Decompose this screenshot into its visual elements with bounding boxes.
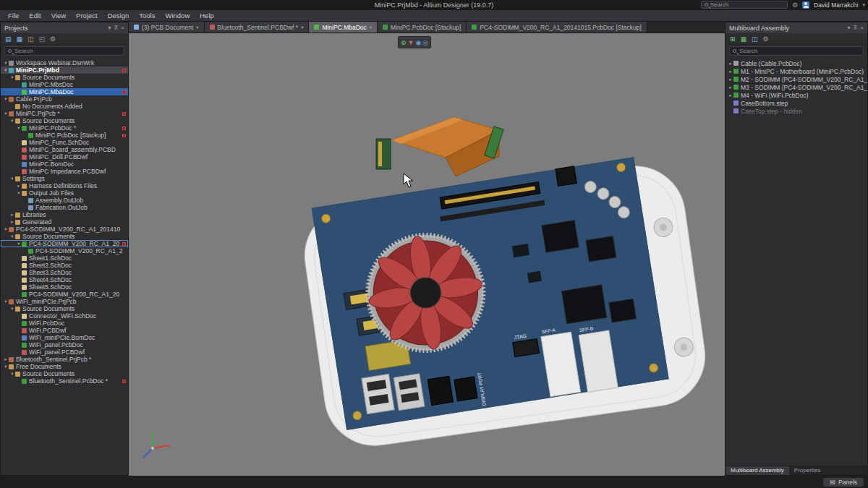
- board-icon[interactable]: ▦: [17, 34, 23, 44]
- tree-item[interactable]: ▾Source Documents: [1, 370, 128, 377]
- twisty-icon[interactable]: ▾: [9, 74, 15, 80]
- global-search-input[interactable]: Search: [701, 1, 788, 9]
- twisty-icon[interactable]: ▾: [16, 241, 22, 247]
- multiboard-3d-scene[interactable]: JTAG SFP-A SFP-B DISPLAY PORT: [129, 33, 725, 476]
- document-tab[interactable]: MiniPC.PcbDoc [Stackup]: [378, 22, 467, 33]
- twisty-icon[interactable]: ▸: [9, 219, 15, 225]
- close-icon[interactable]: ×: [121, 25, 124, 31]
- twisty-icon[interactable]: ▾: [9, 176, 15, 181]
- document-tab[interactable]: (3) PCB Document▾: [129, 22, 205, 33]
- tree-item[interactable]: ▸Generated: [1, 218, 128, 226]
- tree-item[interactable]: Fabrication.OutJob: [1, 204, 128, 211]
- tree-item[interactable]: PC4-SODIMM_V200_RC_A1_2: [1, 247, 128, 254]
- settings-icon[interactable]: ⚙: [50, 34, 56, 44]
- view-sphere2-icon[interactable]: ◎: [422, 38, 428, 48]
- twisty-icon[interactable]: ▾: [9, 306, 15, 312]
- twisty-icon[interactable]: ▾: [3, 299, 9, 304]
- tree-item[interactable]: ▾Output Job Files: [1, 189, 128, 197]
- twisty-icon[interactable]: ▸: [3, 356, 9, 362]
- view-sphere-icon[interactable]: ◉: [415, 38, 421, 48]
- tree-item[interactable]: ▸Libraries: [1, 211, 128, 218]
- menu-item-edit[interactable]: Edit: [24, 10, 46, 22]
- flex-cable[interactable]: [376, 117, 503, 176]
- tree-item[interactable]: ▾MiniPC.PcbDoc *: [1, 124, 128, 132]
- open-folder-icon[interactable]: ◫: [27, 34, 34, 44]
- tree-item[interactable]: ▾Source Documents: [1, 74, 128, 81]
- twisty-icon[interactable]: ▾: [3, 67, 9, 73]
- chevron-down-icon[interactable]: ▾: [370, 25, 372, 30]
- twisty-icon[interactable]: ▸: [728, 85, 733, 90]
- twisty-icon[interactable]: ▾: [16, 190, 22, 196]
- tree-item[interactable]: ▸Cable (Cable.PcbDoc): [726, 59, 867, 67]
- tree-item[interactable]: Sheet2.SchDoc: [1, 262, 128, 269]
- tree-item[interactable]: WiFi_panel.PcbDoc: [1, 341, 128, 348]
- pin-icon[interactable]: ⊼: [853, 25, 857, 31]
- tree-item[interactable]: Sheet4.SchDoc: [1, 276, 128, 283]
- tree-item[interactable]: PC4-SODIMM_V200_RC_A1_20: [1, 291, 128, 298]
- settings-icon[interactable]: ⚙: [763, 34, 769, 44]
- tree-item[interactable]: ▾Source Documents: [1, 305, 128, 312]
- tree-item[interactable]: ▸Harness Definitions Files: [1, 182, 128, 189]
- tree-item[interactable]: ▾Source Documents: [1, 117, 128, 124]
- panel-footer-tab[interactable]: Multiboard Assembly: [726, 466, 789, 475]
- twisty-icon[interactable]: ▾: [3, 111, 9, 116]
- tree-item[interactable]: ▾Workspace Webinar.DsnWrk: [1, 59, 128, 67]
- tree-item[interactable]: ▾MiniPC.PrjPcb *: [1, 110, 128, 117]
- tree-item[interactable]: ▾WiFi_miniPCIe.PrjPcb: [1, 298, 128, 305]
- document-tab[interactable]: MiniPC.MbaDoc▾: [309, 22, 378, 33]
- tree-item[interactable]: MiniPC_Func.SchDoc: [1, 139, 128, 146]
- tree-item[interactable]: ▸M1 - MiniPC - Motherboard (MiniPC.PcbDo…: [726, 67, 867, 75]
- tree-item[interactable]: MiniPC_Drill.PCBDwf: [1, 153, 128, 160]
- tree-item[interactable]: Connector_WiFi.SchDoc: [1, 312, 128, 320]
- multiboard-search-input[interactable]: Search: [729, 46, 864, 56]
- panels-button[interactable]: ▤ Panels: [823, 478, 864, 487]
- chevron-down-icon[interactable]: ▾: [301, 25, 303, 30]
- menu-item-tools[interactable]: Tools: [134, 10, 160, 22]
- twisty-icon[interactable]: ▾: [9, 371, 15, 377]
- tree-item[interactable]: WiFi_panel.PCBDwf: [1, 348, 128, 356]
- tree-item[interactable]: ▾Source Documents: [1, 233, 128, 240]
- chevron-down-icon[interactable]: ▾: [847, 25, 850, 31]
- tree-item[interactable]: MiniPC.MbsDoc: [1, 81, 128, 88]
- menu-item-help[interactable]: Help: [195, 10, 219, 22]
- tree-item[interactable]: ▾PC4-SODIMM_V200_RC_A1_20: [1, 240, 128, 247]
- gear-icon[interactable]: ⚙: [792, 1, 798, 9]
- tree-item[interactable]: Sheet5.SchDoc: [1, 283, 128, 291]
- twisty-icon[interactable]: ▾: [3, 96, 9, 102]
- move-icon[interactable]: ⊕: [401, 38, 407, 48]
- add-icon[interactable]: ⊞: [730, 34, 736, 44]
- twisty-icon[interactable]: ▸: [9, 212, 15, 218]
- tree-item[interactable]: WiFi.PcbDoc: [1, 320, 128, 327]
- avatar[interactable]: [802, 1, 809, 9]
- tree-item[interactable]: Assembly.OutJob: [1, 197, 128, 204]
- layout-icon[interactable]: ◰: [39, 34, 46, 44]
- twisty-icon[interactable]: ▾: [16, 125, 22, 131]
- twisty-icon[interactable]: ▸: [728, 61, 733, 67]
- twisty-icon[interactable]: ▸: [16, 183, 22, 189]
- tree-item[interactable]: ▾Cable.PrjPcb: [1, 95, 128, 103]
- menu-item-view[interactable]: View: [46, 10, 71, 22]
- tree-item[interactable]: ▸Bluetooth_Sentinel.PrjPcb *: [1, 356, 128, 363]
- tree-item[interactable]: Sheet3.SchDoc: [1, 269, 128, 276]
- tree-item[interactable]: MiniPC.PcbDoc [Stackup]: [1, 132, 128, 139]
- tree-item[interactable]: CaseTop.step - hidden: [726, 107, 867, 115]
- mask-icon[interactable]: ▼: [408, 38, 414, 48]
- document-tab[interactable]: PC4-SODIMM_V200_RC_A1_20141015.PcbDoc [S…: [467, 22, 647, 33]
- twisty-icon[interactable]: ▾: [3, 60, 9, 66]
- menu-item-project[interactable]: Project: [71, 10, 103, 22]
- tree-item[interactable]: No Documents Added: [1, 103, 128, 110]
- chevron-down-icon[interactable]: ▾: [108, 25, 111, 31]
- chevron-down-icon[interactable]: ▾: [196, 25, 198, 30]
- tree-item[interactable]: Sheet1.SchDoc: [1, 254, 128, 262]
- tree-item[interactable]: ▸M3 - SODIMM (PC4-SODIMM_V200_RC_A1_2014: [726, 83, 867, 91]
- tree-item[interactable]: MiniPC Impedance.PCBDwf: [1, 168, 128, 175]
- twisty-icon[interactable]: ▾: [3, 226, 9, 232]
- tree-item[interactable]: WiFi_miniPCIe.BomDoc: [1, 334, 128, 341]
- panel-footer-tab[interactable]: Properties: [789, 466, 825, 475]
- tree-item[interactable]: MiniPC_board_assembly.PCBD: [1, 146, 128, 153]
- user-name[interactable]: David Marrakchi: [814, 1, 858, 9]
- tree-item[interactable]: ▸M2 - SODIMM (PC4-SODIMM_V200_RC_A1_2014: [726, 75, 867, 83]
- projects-search-input[interactable]: Search: [4, 46, 124, 56]
- tree-item[interactable]: CaseBottom.step: [726, 99, 867, 107]
- tree-item[interactable]: MiniPC.MbaDoc: [1, 88, 128, 95]
